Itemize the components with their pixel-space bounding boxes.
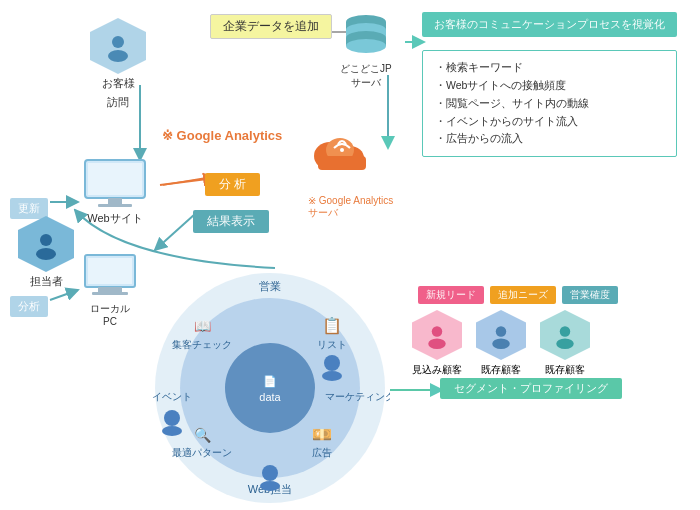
svg-rect-36: [318, 156, 366, 170]
customer-row: 見込み顧客 既存顧客 既存顧客: [412, 310, 590, 377]
ga-label: ※ Google Analytics: [162, 128, 282, 143]
svg-point-43: [556, 339, 574, 350]
svg-point-40: [496, 326, 507, 337]
comms-item-3: ・閲覧ページ、サイト内の動線: [435, 95, 664, 113]
svg-text:data: data: [259, 391, 281, 403]
svg-line-9: [50, 290, 78, 300]
prospect-item: 見込み顧客: [412, 310, 462, 377]
svg-point-46: [225, 343, 315, 433]
existing1-item: 既存顧客: [476, 310, 526, 377]
dokodoko-block: どこどこJP サーバ: [340, 12, 392, 90]
svg-text:マーケティング: マーケティング: [325, 391, 390, 402]
tanto-block: 担当者: [18, 188, 74, 289]
svg-point-66: [162, 426, 182, 436]
customer-label: お客様: [90, 76, 146, 91]
analyze-box: 分析: [10, 296, 48, 317]
prospect-hex: [412, 310, 462, 360]
svg-point-63: [262, 465, 278, 481]
svg-point-41: [492, 339, 510, 350]
svg-point-64: [260, 481, 280, 491]
circle-diagram: 📄 data 営業 リスト 📋 マーケティング 広告 💴 Web担当 最適パター…: [150, 268, 390, 508]
svg-point-14: [112, 36, 124, 48]
comms-item-2: ・Webサイトへの接触頻度: [435, 77, 664, 95]
svg-rect-23: [88, 258, 132, 284]
company-data-section: 企業データを追加: [210, 14, 332, 43]
prospect-label: 見込み顧客: [412, 363, 462, 377]
svg-rect-21: [98, 204, 132, 207]
new-lead-badge: 新規リード: [418, 286, 484, 304]
comms-detail: ・検索キーワード ・Webサイトへの接触頻度 ・閲覧ページ、サイト内の動線 ・イ…: [422, 50, 677, 157]
comms-item-5: ・広告からの流入: [435, 130, 664, 148]
svg-point-39: [428, 339, 446, 350]
dokodoko-label: どこどこJP サーバ: [340, 62, 392, 90]
svg-text:📖: 📖: [194, 318, 212, 335]
segment-label: セグメント・プロファイリング: [440, 378, 622, 399]
comms-item-1: ・検索キーワード: [435, 59, 664, 77]
svg-rect-20: [108, 198, 122, 204]
customer-block: お客様 訪問: [90, 18, 146, 110]
customer-sub: 訪問: [90, 95, 146, 110]
svg-text:📄: 📄: [263, 374, 277, 388]
svg-rect-24: [98, 287, 122, 292]
svg-text:イベント: イベント: [152, 391, 192, 402]
localpc-block: ローカルPC: [80, 250, 140, 327]
add-need-badge: 追加ニーズ: [490, 286, 556, 304]
svg-text:🔍: 🔍: [194, 427, 212, 444]
kekka-button[interactable]: 結果表示: [193, 210, 269, 233]
existing1-label: 既存顧客: [476, 363, 526, 377]
svg-line-12: [155, 214, 195, 250]
svg-point-38: [432, 326, 443, 337]
svg-text:営業: 営業: [259, 280, 281, 292]
leads-row: 新規リード 追加ニーズ 営業確度: [418, 286, 621, 304]
svg-line-11: [163, 178, 205, 185]
svg-rect-19: [88, 163, 142, 195]
customer-hex: [90, 18, 146, 74]
svg-point-17: [36, 248, 56, 260]
company-data-label: 企業データを追加: [210, 14, 332, 39]
existing2-item: 既存顧客: [540, 310, 590, 377]
tanto-hex: [18, 216, 74, 272]
website-label: Webサイト: [80, 211, 150, 226]
svg-point-37: [340, 148, 344, 152]
comms-header: お客様のコミュニケーションプロセスを視覚化: [422, 12, 677, 37]
svg-point-42: [560, 326, 571, 337]
ga-server-label: ※ Google Analytics サーバ: [308, 195, 393, 220]
svg-text:広告: 広告: [312, 447, 332, 458]
localpc-label: ローカルPC: [80, 302, 140, 327]
svg-text:リスト: リスト: [317, 339, 347, 350]
svg-text:最適パターン: 最適パターン: [172, 447, 232, 458]
existing2-label: 既存顧客: [540, 363, 590, 377]
svg-point-16: [40, 234, 52, 246]
svg-point-65: [164, 410, 180, 426]
sales-badge: 営業確度: [562, 286, 618, 304]
bunseki-button[interactable]: 分 析: [205, 173, 260, 196]
cloud-block: [310, 128, 374, 178]
svg-text:集客チェック: 集客チェック: [172, 339, 232, 350]
svg-text:📋: 📋: [322, 316, 342, 335]
svg-point-62: [322, 371, 342, 381]
svg-point-32: [346, 39, 386, 53]
svg-point-61: [324, 355, 340, 371]
comms-item-4: ・イベントからのサイト流入: [435, 113, 664, 131]
svg-rect-25: [92, 292, 128, 295]
existing1-hex: [476, 310, 526, 360]
svg-point-15: [108, 50, 128, 62]
tanto-label: 担当者: [18, 274, 74, 289]
svg-text:💴: 💴: [312, 425, 332, 444]
website-block: Webサイト: [80, 158, 150, 226]
existing2-hex: [540, 310, 590, 360]
